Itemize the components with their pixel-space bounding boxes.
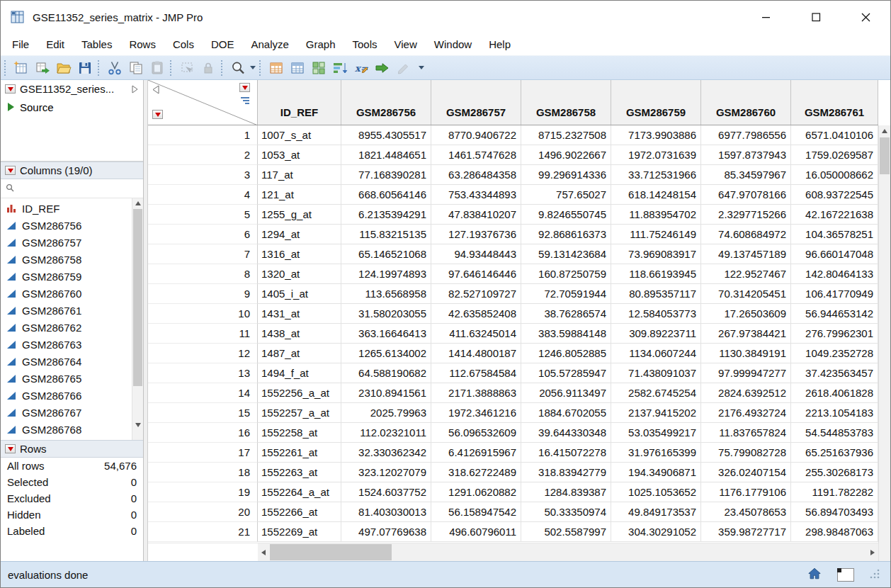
cell-value[interactable]: 56.894703493 xyxy=(791,502,878,522)
cell-value[interactable]: 33.712531966 xyxy=(611,165,701,185)
row-number[interactable]: 4 xyxy=(148,185,258,205)
cell-value[interactable]: 2176.4932724 xyxy=(701,403,791,423)
cell-value[interactable]: 115.83215135 xyxy=(341,225,431,244)
row-number[interactable]: 7 xyxy=(148,244,258,264)
cell-value[interactable]: 1130.3849191 xyxy=(701,344,791,363)
cell-value[interactable]: 363.16646413 xyxy=(341,324,431,344)
cell-value[interactable]: 753.43344893 xyxy=(431,185,521,205)
cell-value[interactable]: 106.41770949 xyxy=(791,284,878,304)
cell-value[interactable]: 1972.3461216 xyxy=(431,403,521,423)
cell-id-ref[interactable]: 1438_at xyxy=(258,324,341,344)
cell-value[interactable]: 1291.0620882 xyxy=(431,482,521,502)
cell-value[interactable]: 6977.7986556 xyxy=(701,125,791,145)
column-item-gsm286762[interactable]: GSM286762 xyxy=(1,319,131,336)
column-item-gsm286764[interactable]: GSM286764 xyxy=(1,353,131,370)
menu-window[interactable]: Window xyxy=(426,35,480,54)
home-icon[interactable] xyxy=(807,567,822,582)
column-item-gsm286768[interactable]: GSM286768 xyxy=(1,421,131,438)
zoom-dropdown-caret-icon[interactable] xyxy=(249,58,257,78)
column-header-gsm286758[interactable]: GSM286758 xyxy=(521,80,611,125)
cell-id-ref[interactable]: 121_at xyxy=(258,185,341,205)
cell-value[interactable]: 2025.79963 xyxy=(341,403,431,423)
scrollbar-thumb[interactable] xyxy=(270,544,392,560)
toolbar-grip[interactable] xyxy=(221,60,225,76)
cell-value[interactable]: 12.584053773 xyxy=(611,304,701,324)
cell-value[interactable]: 63.286484358 xyxy=(431,165,521,185)
scroll-up-icon[interactable] xyxy=(132,198,143,208)
cell-value[interactable]: 2137.9415202 xyxy=(611,403,701,423)
resize-grip-icon[interactable] xyxy=(870,568,880,581)
cell-id-ref[interactable]: 1552269_at xyxy=(258,522,341,542)
minimize-button[interactable] xyxy=(742,1,791,33)
cell-value[interactable]: 112.67584584 xyxy=(431,363,521,383)
row-number[interactable]: 5 xyxy=(148,205,258,225)
scroll-right-icon[interactable] xyxy=(867,543,878,561)
row-number[interactable]: 16 xyxy=(148,423,258,443)
cell-value[interactable]: 111.75246149 xyxy=(611,225,701,244)
cell-id-ref[interactable]: 1552263_at xyxy=(258,463,341,482)
cell-value[interactable]: 1025.1053652 xyxy=(611,482,701,502)
cell-value[interactable]: 56.096532609 xyxy=(431,423,521,443)
formula-button[interactable]: x= xyxy=(351,58,372,78)
copy-button[interactable] xyxy=(125,58,147,78)
scroll-up-icon[interactable] xyxy=(879,125,890,136)
source-disclosure-icon[interactable] xyxy=(8,103,14,111)
cell-id-ref[interactable]: 1552261_at xyxy=(258,443,341,463)
row-number[interactable]: 20 xyxy=(148,502,258,522)
rows-panel-header[interactable]: Rows xyxy=(1,440,143,458)
column-item-gsm286757[interactable]: GSM286757 xyxy=(1,234,131,251)
cell-id-ref[interactable]: 1487_at xyxy=(258,344,341,363)
cell-value[interactable]: 1134.0607244 xyxy=(611,344,701,363)
cell-value[interactable]: 1049.2352728 xyxy=(791,344,878,363)
cell-value[interactable]: 1524.6037752 xyxy=(341,482,431,502)
cell-value[interactable]: 37.423563457 xyxy=(791,363,878,383)
cell-value[interactable]: 16.415072278 xyxy=(521,443,611,463)
save-button[interactable] xyxy=(74,58,96,78)
cell-id-ref[interactable]: 1552257_a_at xyxy=(258,403,341,423)
cell-value[interactable]: 47.838410207 xyxy=(431,205,521,225)
columns-list-scrollbar[interactable] xyxy=(132,198,143,440)
cell-value[interactable]: 502.5587997 xyxy=(521,522,611,542)
column-header-id_ref[interactable]: ID_REF xyxy=(258,80,341,125)
cell-value[interactable]: 71.438091037 xyxy=(611,363,701,383)
cell-value[interactable]: 56.944653142 xyxy=(791,304,878,324)
cell-value[interactable]: 31.580203055 xyxy=(341,304,431,324)
cell-value[interactable]: 9.8246550745 xyxy=(521,205,611,225)
cell-value[interactable]: 326.02407154 xyxy=(701,463,791,482)
cell-value[interactable]: 31.976165399 xyxy=(611,443,701,463)
cell-value[interactable]: 105.57285947 xyxy=(521,363,611,383)
cell-value[interactable]: 122.9527467 xyxy=(701,264,791,284)
cell-value[interactable]: 1972.0731639 xyxy=(611,145,701,165)
cell-value[interactable]: 142.80464133 xyxy=(791,264,878,284)
toolbar-grip[interactable] xyxy=(259,60,263,76)
scrollbar-thumb[interactable] xyxy=(133,209,142,386)
column-item-id_ref[interactable]: ID_REF xyxy=(1,200,131,217)
cell-value[interactable]: 23.45078653 xyxy=(701,502,791,522)
cell-id-ref[interactable]: 1053_at xyxy=(258,145,341,165)
cell-value[interactable]: 97.646146446 xyxy=(431,264,521,284)
cell-value[interactable]: 496.60796011 xyxy=(431,522,521,542)
cell-value[interactable]: 1246.8052885 xyxy=(521,344,611,363)
cell-id-ref[interactable]: 1552256_a_at xyxy=(258,383,341,403)
rows-stat-selected[interactable]: Selected0 xyxy=(1,474,143,490)
cell-value[interactable]: 39.644330348 xyxy=(521,423,611,443)
cell-value[interactable]: 1461.5747628 xyxy=(431,145,521,165)
cell-value[interactable]: 298.98487063 xyxy=(791,522,878,542)
column-filter-icon[interactable] xyxy=(240,96,250,108)
join-tables-button[interactable] xyxy=(372,58,393,78)
cell-value[interactable]: 6.4126915967 xyxy=(431,443,521,463)
summary-table-button[interactable] xyxy=(287,58,308,78)
rows-stat-hidden[interactable]: Hidden0 xyxy=(1,507,143,523)
cut-button[interactable] xyxy=(104,58,125,78)
cell-id-ref[interactable]: 1320_at xyxy=(258,264,341,284)
columns-red-triangle-icon[interactable] xyxy=(5,166,16,175)
cell-id-ref[interactable]: 1552258_at xyxy=(258,423,341,443)
cell-value[interactable]: 318.62722489 xyxy=(431,463,521,482)
cell-value[interactable]: 127.19376736 xyxy=(431,225,521,244)
cell-value[interactable]: 7173.9903886 xyxy=(611,125,701,145)
cell-value[interactable]: 70.314205451 xyxy=(701,284,791,304)
cell-value[interactable]: 304.30291052 xyxy=(611,522,701,542)
cell-value[interactable]: 59.131423684 xyxy=(521,244,611,264)
cell-value[interactable]: 49.849173537 xyxy=(611,502,701,522)
cell-value[interactable]: 309.89223711 xyxy=(611,324,701,344)
